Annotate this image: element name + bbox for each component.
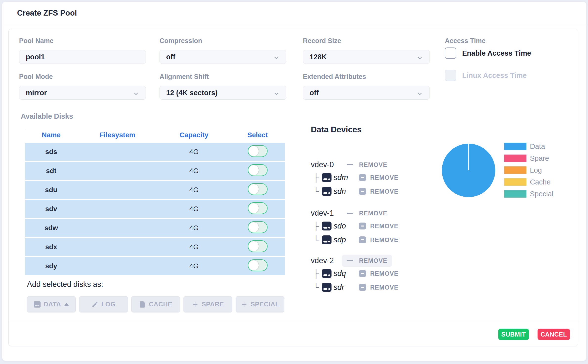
minus-icon xyxy=(347,164,353,165)
minus-icon xyxy=(359,223,366,229)
record-size-value: 128K xyxy=(310,53,327,61)
compression-label: Compression xyxy=(159,37,286,45)
remove-vdev-button[interactable]: REMOVE xyxy=(342,159,392,171)
legend-item-special[interactable]: Special xyxy=(504,190,553,198)
disk-capacity: 4G xyxy=(158,243,230,251)
remove-label: REMOVE xyxy=(370,270,398,277)
vdev-disk-row: ├ sdq REMOVE xyxy=(311,267,444,280)
minus-icon xyxy=(347,260,353,261)
disk-select-toggle[interactable] xyxy=(248,202,268,214)
tree-branch-icon: └ xyxy=(313,283,322,292)
remove-disk-button[interactable]: REMOVE xyxy=(359,188,398,195)
linux-access-time-checkbox[interactable] xyxy=(445,70,456,81)
add-special-button[interactable]: SPECIAL xyxy=(236,296,284,312)
vdev-disk-name: sdq xyxy=(334,269,355,278)
remove-disk-button[interactable]: REMOVE xyxy=(359,284,398,291)
disk-select-toggle[interactable] xyxy=(248,145,268,157)
extended-attributes-value: off xyxy=(310,89,319,97)
legend-item-data[interactable]: Data xyxy=(504,143,553,150)
create-zfs-pool-dialog: Create ZFS Pool Pool Name Compression of… xyxy=(2,1,587,361)
vdev-name: vdev-1 xyxy=(311,209,334,218)
disk-select-toggle[interactable] xyxy=(248,240,268,252)
add-data-button[interactable]: DATA xyxy=(27,296,76,312)
enable-access-time-label: Enable Access Time xyxy=(462,49,531,57)
disk-name: sdv xyxy=(25,205,77,213)
compression-select[interactable]: off xyxy=(159,50,286,64)
legend-swatch xyxy=(504,166,526,174)
column-header-select: Select xyxy=(230,131,285,139)
access-time-label: Access Time xyxy=(445,37,572,45)
legend-item-log[interactable]: Log xyxy=(504,166,553,174)
enable-access-time-checkbox[interactable] xyxy=(445,47,456,59)
legend-item-cache[interactable]: Cache xyxy=(504,178,553,186)
column-header-filesystem: Filesystem xyxy=(77,131,158,139)
disk-capacity: 4G xyxy=(158,148,230,156)
toggle-knob xyxy=(249,184,259,194)
minus-icon xyxy=(347,213,353,214)
cancel-button[interactable]: CANCEL xyxy=(538,329,570,340)
remove-label: REMOVE xyxy=(359,161,387,168)
device-type-pie-chart xyxy=(440,141,498,201)
remove-disk-button[interactable]: REMOVE xyxy=(359,270,398,277)
record-size-select[interactable]: 128K xyxy=(303,50,430,64)
legend-swatch xyxy=(504,190,526,198)
minus-icon xyxy=(359,284,366,291)
add-as-button-row: DATA LOG CACHE SPARE SPECIAL xyxy=(27,296,284,312)
remove-disk-button[interactable]: REMOVE xyxy=(359,236,398,244)
pool-name-label: Pool Name xyxy=(19,37,146,45)
available-disks-table: Name Filesystem Capacity Select sds 4G s… xyxy=(25,129,285,276)
vdev-disk-row: └ sdr REMOVE xyxy=(311,280,444,294)
remove-label: REMOVE xyxy=(370,223,398,230)
disk-capacity: 4G xyxy=(158,205,230,213)
remove-vdev-button[interactable]: REMOVE xyxy=(342,207,392,219)
vdev-group: vdev-0 REMOVE ├ sdm REMOVE └ sdn xyxy=(311,159,444,198)
chevron-down-icon xyxy=(417,54,423,60)
pool-mode-select[interactable]: mirror xyxy=(19,86,146,100)
add-cache-button[interactable]: CACHE xyxy=(131,296,180,312)
disk-capacity: 4G xyxy=(158,262,230,270)
extended-attributes-select[interactable]: off xyxy=(303,86,430,100)
disk-select-toggle[interactable] xyxy=(248,221,268,233)
add-cache-label: CACHE xyxy=(149,300,172,308)
tree-branch-icon: ├ xyxy=(313,222,322,231)
caret-up-icon xyxy=(64,303,69,306)
table-header-row: Name Filesystem Capacity Select xyxy=(25,129,285,140)
remove-disk-button[interactable]: REMOVE xyxy=(359,174,398,181)
data-devices-title: Data Devices xyxy=(311,125,362,134)
disk-icon xyxy=(322,283,332,292)
alignment-shift-select[interactable]: 12 (4K sectors) xyxy=(159,86,286,100)
hdd-icon xyxy=(34,301,41,308)
toggle-knob xyxy=(249,146,259,156)
disk-select-toggle[interactable] xyxy=(248,164,268,176)
pool-name-input[interactable] xyxy=(19,50,146,64)
add-spare-button[interactable]: SPARE xyxy=(183,296,232,312)
disk-icon xyxy=(322,269,332,278)
disk-select-toggle[interactable] xyxy=(248,183,268,195)
alignment-shift-value: 12 (4K sectors) xyxy=(166,89,218,97)
vdev-disk-row: ├ sdm REMOVE xyxy=(311,171,444,184)
disk-name: sdx xyxy=(25,243,77,251)
vdev-disk-name: sdr xyxy=(334,283,355,292)
disk-capacity: 4G xyxy=(158,186,230,194)
toggle-knob xyxy=(249,165,259,175)
submit-button[interactable]: SUBMIT xyxy=(498,329,529,340)
vdev-disk-name: sdo xyxy=(334,222,355,230)
remove-vdev-button[interactable]: REMOVE xyxy=(342,255,392,267)
table-row: sdy 4G xyxy=(25,257,285,275)
remove-disk-button[interactable]: REMOVE xyxy=(359,223,398,230)
table-row: sdw 4G xyxy=(25,219,285,237)
vdev-disk-row: ├ sdo REMOVE xyxy=(311,219,444,233)
extended-attributes-field: Extended Attributes off xyxy=(303,73,430,100)
add-log-label: LOG xyxy=(101,300,116,308)
disk-select-toggle[interactable] xyxy=(248,259,268,271)
toggle-knob xyxy=(249,203,259,213)
compression-value: off xyxy=(166,53,175,61)
table-row: sds 4G xyxy=(25,143,285,161)
linux-access-time-label: Linux Access Time xyxy=(462,71,527,80)
add-log-button[interactable]: LOG xyxy=(79,296,128,312)
chart-legend: Data Spare Log Cache Special xyxy=(504,143,553,202)
legend-item-spare[interactable]: Spare xyxy=(504,155,553,162)
tree-branch-icon: └ xyxy=(313,187,322,196)
disk-name: sdw xyxy=(25,224,77,232)
record-size-field: Record Size 128K xyxy=(303,37,430,64)
